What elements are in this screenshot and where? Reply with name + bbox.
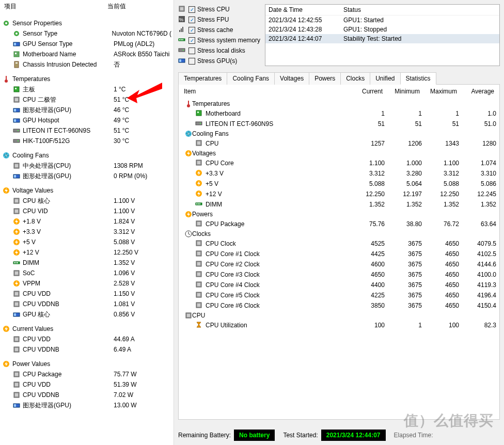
svg-text:%: % xyxy=(179,17,183,22)
tree-row[interactable]: +12 V12.250 V xyxy=(2,247,171,258)
stats-section-header[interactable]: Cooling Fans xyxy=(182,129,496,138)
svg-rect-93 xyxy=(197,161,200,164)
tree-section-header[interactable]: Current Values xyxy=(2,324,171,334)
tree-row[interactable]: CPU VDDNB1.081 V xyxy=(2,299,171,309)
chip-grey-icon xyxy=(12,96,21,104)
tab-temperatures[interactable]: Temperatures xyxy=(178,72,227,85)
tab-voltages[interactable]: Voltages xyxy=(274,72,309,85)
checkbox-icon[interactable]: ✓ xyxy=(188,27,195,34)
tab-statistics[interactable]: Statistics xyxy=(400,72,436,85)
tree-row-label: CPU VDDNB xyxy=(23,390,114,400)
tree-row[interactable]: GPU 核心0.856 V xyxy=(2,309,171,320)
log-row[interactable]: 2021/3/24 12:43:28GPU1: Stopped xyxy=(265,25,499,34)
stats-row-label: +12 V xyxy=(206,189,348,199)
tree-row[interactable]: Chassis Intrusion Detected否 xyxy=(2,59,171,70)
tree-row[interactable]: CPU Package75.77 W xyxy=(2,369,171,379)
tab-clocks[interactable]: Clocks xyxy=(340,72,370,85)
tree-section-header[interactable]: Cooling Fans xyxy=(2,150,171,161)
tree-section-header[interactable]: Sensor Properties xyxy=(2,18,171,28)
stats-row[interactable]: CPU Core1.1001.0001.1001.074 xyxy=(182,158,496,168)
checkbox-icon[interactable]: ✓ xyxy=(188,6,195,13)
tree-row[interactable]: CPU VDD51.39 W xyxy=(2,379,171,390)
stats-section-title: Cooling Fans xyxy=(192,130,229,137)
tree-section-header[interactable]: Voltage Values xyxy=(2,185,171,196)
stats-row[interactable]: CPU Core #4 Clock4400367546504119.3 xyxy=(182,280,496,290)
tree-row[interactable]: +1.8 V1.824 V xyxy=(2,216,171,227)
checkbox-icon[interactable]: ✓ xyxy=(188,37,195,44)
checkbox-icon[interactable]: ✓ xyxy=(188,17,195,23)
tree-row[interactable]: LITEON IT ECT-960N9S51 °C xyxy=(2,125,171,136)
tree-row[interactable]: Sensor TypeNuvoton NCT6796D ( xyxy=(2,28,171,39)
tree-row[interactable]: GPU Hotspot49 °C xyxy=(2,115,171,125)
stats-row[interactable]: +3.3 V3.3123.2803.3123.310 xyxy=(182,168,496,179)
tree-row-value: 1.824 V xyxy=(114,217,171,226)
checkbox-icon[interactable] xyxy=(188,58,195,65)
stats-section-header[interactable]: Voltages xyxy=(182,149,496,158)
stress-option[interactable]: ✓Stress CPU xyxy=(178,4,261,14)
stress-option[interactable]: %✓Stress FPU xyxy=(178,14,261,25)
stats-row-max: 4650 xyxy=(422,260,459,269)
stats-row[interactable]: DIMM1.3521.3521.3521.352 xyxy=(182,199,496,210)
stats-row[interactable]: CPU Core #3 Clock4650367546504100.0 xyxy=(182,269,496,280)
tree-row[interactable]: 图形处理器(GPU)13.00 W xyxy=(2,400,171,410)
tree-row[interactable]: 主板1 °C xyxy=(2,84,171,94)
tree-row[interactable]: CPU VDD1.150 V xyxy=(2,289,171,299)
tree-row[interactable]: CPU VID1.100 V xyxy=(2,206,171,216)
tree-row[interactable]: CPU VDDNB6.49 A xyxy=(2,344,171,355)
tab-cooling-fans[interactable]: Cooling Fans xyxy=(227,72,275,85)
svg-rect-71 xyxy=(181,28,182,32)
svg-rect-75 xyxy=(181,39,182,40)
stats-row[interactable]: CPU Core #1 Clock4425367546504102.5 xyxy=(182,249,496,259)
stress-option[interactable]: ✓Stress cache xyxy=(178,25,261,35)
tree-row[interactable]: CPU 核心1.100 V xyxy=(2,196,171,206)
sensor-tree-panel[interactable]: 项目 当前值 Sensor PropertiesSensor TypeNuvot… xyxy=(0,0,174,445)
stats-section-header[interactable]: CPU xyxy=(182,311,496,320)
tree-row[interactable]: VPPM2.528 V xyxy=(2,278,171,289)
stats-row[interactable]: CPU1257120613431280 xyxy=(182,138,496,149)
stats-row[interactable]: LITEON IT ECT-960N9S51515151.0 xyxy=(182,119,496,129)
stats-row[interactable]: CPU Utilization100110082.3 xyxy=(182,320,496,330)
tree-row[interactable]: +5 V5.088 V xyxy=(2,237,171,247)
tree-row[interactable]: +3.3 V3.312 V xyxy=(2,227,171,237)
stats-row-min: 3675 xyxy=(385,239,422,248)
stress-option[interactable]: ✓Stress system memory xyxy=(178,35,261,45)
stats-row[interactable]: CPU Core #5 Clock4225367546504196.4 xyxy=(182,290,496,300)
svg-rect-9 xyxy=(15,62,18,63)
tree-section-header[interactable]: Temperatures xyxy=(2,74,171,84)
tab-powers[interactable]: Powers xyxy=(309,72,341,85)
tree-row[interactable]: CPU 二极管51 °C xyxy=(2,94,171,105)
stress-option[interactable]: Stress GPU(s) xyxy=(178,56,261,66)
stats-section-header[interactable]: Temperatures xyxy=(182,99,496,108)
stats-row[interactable]: +12 V12.25012.19712.25012.245 xyxy=(182,189,496,199)
stress-option[interactable]: Stress local disks xyxy=(178,45,261,56)
tree-section-header[interactable]: Power Values xyxy=(2,359,171,369)
tree-row[interactable]: GPU Sensor TypePMLog (ADL2) xyxy=(2,39,171,49)
tree-row[interactable]: HIK-T100F/512G30 °C xyxy=(2,136,171,146)
stats-row[interactable]: CPU Clock4525367546504079.5 xyxy=(182,239,496,249)
tree-row[interactable]: 图形处理器(GPU)0 RPM (0%) xyxy=(2,171,171,181)
stats-row[interactable]: CPU Core #2 Clock4600367546504144.6 xyxy=(182,259,496,269)
tree-row[interactable]: 中央处理器(CPU)1308 RPM xyxy=(2,161,171,171)
stats-row[interactable]: CPU Package75.7638.8076.7263.64 xyxy=(182,219,496,229)
checkbox-icon[interactable] xyxy=(188,47,195,54)
tree-row[interactable]: DIMM1.352 V xyxy=(2,258,171,268)
tree-row[interactable]: 图形处理器(GPU)46 °C xyxy=(2,105,171,115)
svg-rect-99 xyxy=(198,203,199,204)
statistics-panel[interactable]: Item Current Minimum Maximum Average Tem… xyxy=(178,84,500,420)
log-row[interactable]: 2021/3/24 12:42:55GPU1: Started xyxy=(265,15,499,25)
tree-row[interactable]: Motherboard NameASRock B550 Taichi xyxy=(2,49,171,59)
stats-row[interactable]: +5 V5.0885.0645.0885.086 xyxy=(182,179,496,189)
stats-section-header[interactable]: Powers xyxy=(182,210,496,219)
tree-row[interactable]: CPU VDDNB7.02 W xyxy=(2,390,171,400)
log-row[interactable]: 2021/3/24 12:44:07Stability Test: Starte… xyxy=(265,34,499,43)
stats-row-label: DIMM xyxy=(206,200,348,209)
stats-section-header[interactable]: Clocks xyxy=(182,229,496,239)
stats-row[interactable]: Motherboard1111.0 xyxy=(182,108,496,119)
event-log[interactable]: Date & Time Status 2021/3/24 12:42:55GPU… xyxy=(265,4,500,66)
svg-rect-17 xyxy=(14,109,16,112)
tree-row[interactable]: SoC1.096 V xyxy=(2,268,171,278)
tree-row[interactable]: CPU VDD44.69 A xyxy=(2,334,171,344)
tab-unified[interactable]: Unified xyxy=(370,72,400,85)
stats-row[interactable]: CPU Core #6 Clock3850367546504150.4 xyxy=(182,300,496,311)
svg-rect-59 xyxy=(15,373,18,376)
